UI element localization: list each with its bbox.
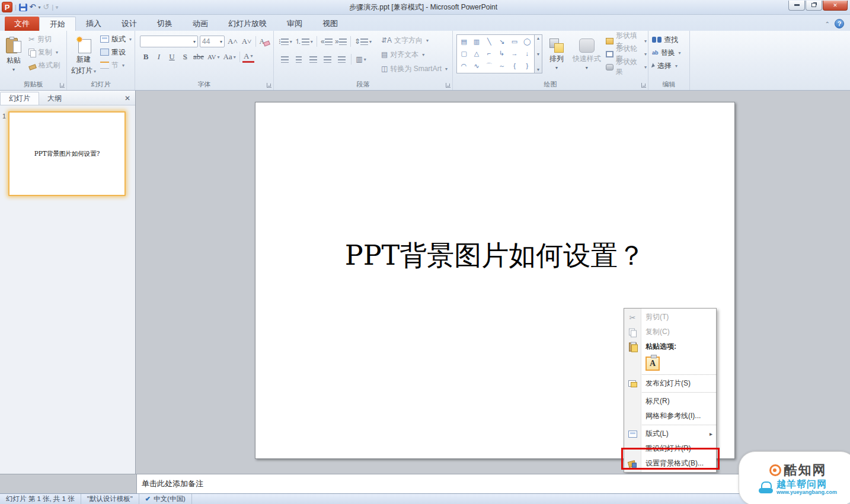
- collapse-ribbon-icon[interactable]: ⌃: [825, 21, 830, 27]
- bold-button[interactable]: B: [140, 51, 152, 63]
- align-left-icon[interactable]: [279, 53, 290, 65]
- section-button[interactable]: 节: [99, 59, 133, 72]
- shape-icon[interactable]: ▭: [512, 38, 517, 45]
- tab-insert[interactable]: 插入: [76, 17, 111, 31]
- pane-close-icon[interactable]: ✕: [124, 94, 135, 105]
- tab-animations[interactable]: 动画: [183, 17, 218, 31]
- minimize-button[interactable]: [788, 1, 805, 11]
- font-size-combo[interactable]: 44▾: [200, 36, 225, 47]
- shape-icon[interactable]: {: [513, 63, 516, 69]
- tab-file[interactable]: 文件: [5, 17, 39, 31]
- shape-icon[interactable]: ～: [499, 63, 505, 69]
- align-text-button[interactable]: ▤对齐文本: [380, 47, 449, 62]
- menu-item-publish-slides[interactable]: 发布幻灯片(S): [624, 376, 716, 391]
- distribute-icon[interactable]: [335, 53, 347, 65]
- copy-button[interactable]: 复制: [27, 46, 61, 59]
- tab-outline[interactable]: 大纲: [39, 92, 70, 105]
- cut-button[interactable]: ✂剪切: [27, 33, 61, 46]
- slide-thumbnail[interactable]: PPT背景图片如何设置?: [8, 111, 126, 196]
- shape-icon[interactable]: ◠: [461, 63, 467, 69]
- quick-styles-button[interactable]: 快速样式 ▾: [571, 34, 602, 79]
- format-painter-button[interactable]: 格式刷: [27, 59, 61, 72]
- redo-icon[interactable]: ↺: [43, 4, 50, 11]
- line-spacing-icon[interactable]: ⇕: [354, 36, 372, 47]
- italic-button[interactable]: I: [153, 51, 165, 63]
- shape-icon[interactable]: ↳: [499, 50, 504, 57]
- undo-icon[interactable]: ↶: [30, 4, 36, 11]
- font-dialog-launcher-icon[interactable]: [267, 83, 271, 88]
- shape-icon[interactable]: ▢: [461, 50, 466, 57]
- shape-icon[interactable]: ↘: [499, 38, 504, 45]
- shape-icon[interactable]: ╲: [487, 38, 491, 45]
- shape-icon[interactable]: ▤: [461, 38, 466, 45]
- underline-button[interactable]: U: [166, 51, 178, 63]
- shape-icon[interactable]: ▥: [474, 38, 480, 45]
- increase-indent-icon[interactable]: »: [335, 36, 347, 47]
- text-direction-button[interactable]: ⇵A文字方向: [380, 33, 449, 47]
- layout-button[interactable]: 版式: [99, 33, 133, 46]
- save-icon[interactable]: [19, 4, 27, 11]
- shape-icon[interactable]: ⌐: [487, 50, 491, 57]
- convert-smartart-button[interactable]: ◫转换为 SmartArt: [380, 62, 449, 76]
- arrange-button[interactable]: 排列 ▾: [545, 34, 568, 79]
- paste-keep-text-only-button[interactable]: A: [646, 357, 660, 371]
- align-center-icon[interactable]: [293, 53, 305, 65]
- shape-icon[interactable]: ⌒: [486, 63, 493, 69]
- shape-icon[interactable]: ↓: [526, 50, 529, 57]
- slide-title-text[interactable]: PPT背景图片如何设置？: [255, 237, 734, 274]
- paragraph-dialog-launcher-icon[interactable]: [446, 83, 450, 88]
- select-button[interactable]: 选择: [651, 59, 689, 72]
- tab-design[interactable]: 设计: [111, 17, 147, 31]
- replace-button[interactable]: ab替换: [651, 46, 689, 59]
- tab-view[interactable]: 视图: [312, 17, 348, 31]
- find-button[interactable]: 查找: [651, 33, 689, 46]
- grow-font-icon[interactable]: A˄: [226, 36, 239, 47]
- columns-icon[interactable]: ▥: [355, 53, 367, 65]
- character-spacing-button[interactable]: AV: [206, 51, 221, 63]
- drawing-dialog-launcher-icon[interactable]: [641, 83, 646, 88]
- shapes-gallery-scrollbar[interactable]: ▲▼▼: [535, 34, 542, 73]
- restore-button[interactable]: [806, 1, 822, 11]
- menu-item-reset-slide[interactable]: 重设幻灯片(R): [624, 441, 716, 456]
- paste-button[interactable]: 粘贴 ▾: [2, 33, 25, 78]
- menu-item-ruler[interactable]: 标尺(R): [624, 394, 716, 409]
- ribbon-tab-bar: 文件 开始 插入 设计 切换 动画 幻灯片放映 审阅 视图 ⌃ ?: [0, 15, 850, 31]
- change-case-button[interactable]: Aa: [222, 51, 237, 63]
- shape-effects-button[interactable]: 形状效果: [605, 60, 648, 73]
- clipboard-dialog-launcher-icon[interactable]: [60, 83, 65, 88]
- close-button[interactable]: ✕: [823, 1, 848, 11]
- shape-icon[interactable]: }: [526, 63, 528, 69]
- tab-transitions[interactable]: 切换: [147, 17, 183, 31]
- shrink-font-icon[interactable]: A˅: [241, 36, 253, 47]
- align-right-icon[interactable]: [307, 53, 319, 65]
- menu-item-layout[interactable]: 版式(L): [624, 426, 716, 441]
- menu-item-grid-and-guides[interactable]: 网格和参考线(I)...: [624, 409, 716, 423]
- shapes-gallery[interactable]: ▤▥╲↘▭◯▢△⌐↳→↓◠∿⌒～{}: [456, 34, 535, 73]
- new-slide-button[interactable]: 新建 幻灯片: [69, 33, 98, 78]
- tab-home[interactable]: 开始: [39, 17, 76, 31]
- numbering-icon[interactable]: ⒈: [295, 36, 313, 47]
- font-color-button[interactable]: A: [242, 51, 254, 63]
- justify-icon[interactable]: [321, 53, 333, 65]
- strikethrough-button[interactable]: abe: [192, 51, 205, 63]
- powerpoint-app-icon[interactable]: P: [2, 2, 12, 12]
- help-icon[interactable]: ?: [835, 19, 844, 28]
- copy-icon: [629, 328, 636, 336]
- decrease-indent-icon[interactable]: «: [321, 36, 333, 47]
- reset-button[interactable]: 重设: [99, 46, 133, 59]
- tab-review[interactable]: 审阅: [277, 17, 312, 31]
- shape-icon[interactable]: △: [474, 50, 479, 57]
- bullets-icon[interactable]: ⁝: [279, 36, 292, 47]
- clear-formatting-icon[interactable]: A: [259, 37, 269, 46]
- shape-icon[interactable]: →: [511, 50, 517, 57]
- shape-icon[interactable]: ∿: [474, 63, 479, 69]
- status-language[interactable]: ✔中文(中国): [139, 494, 192, 504]
- shape-icon[interactable]: ◯: [523, 38, 531, 45]
- tab-slideshow[interactable]: 幻灯片放映: [218, 17, 277, 31]
- menu-item-format-background[interactable]: 设置背景格式(B)...: [624, 456, 716, 471]
- undo-dropdown-icon[interactable]: ▾: [39, 5, 41, 10]
- tab-slides-thumbnails[interactable]: 幻灯片: [0, 92, 39, 105]
- text-shadow-button[interactable]: S: [179, 51, 191, 63]
- paste-dropdown-icon[interactable]: ▾: [12, 67, 15, 72]
- font-name-combo[interactable]: ▾: [140, 36, 198, 47]
